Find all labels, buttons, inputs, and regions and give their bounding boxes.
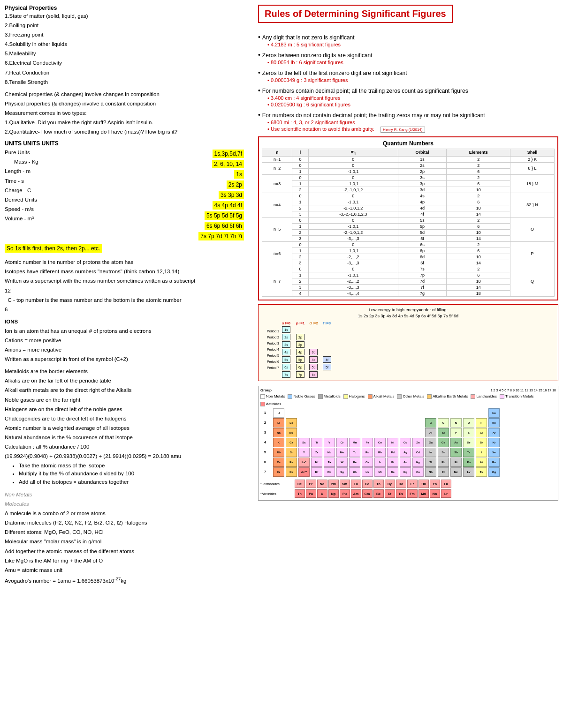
empty-cell bbox=[476, 408, 487, 418]
pt-grid: 1HHe2LiBeBCNOFNe3NaMgAlSiPSClAr4KCaScTiV… bbox=[260, 408, 556, 477]
element-Rg: Rg bbox=[400, 467, 411, 477]
element-Ts: Ts bbox=[476, 467, 487, 477]
period-labels: Period 1 Period 2 Period 3 Period 4 Peri… bbox=[261, 321, 280, 378]
period-label-5: 5 bbox=[260, 448, 270, 457]
element-Mg: Mg bbox=[286, 428, 297, 437]
element-Hg: Hg bbox=[412, 458, 424, 467]
element-Cr: Cr bbox=[336, 438, 348, 447]
element-In: In bbox=[425, 448, 436, 457]
element-La: La* bbox=[298, 458, 310, 467]
element-Li: Li bbox=[273, 418, 284, 428]
group-numbers: 12 34 56 78 910 1112 1314 1516 1718 bbox=[491, 389, 556, 392]
empty-cell bbox=[374, 428, 386, 437]
element-P: P bbox=[450, 428, 462, 437]
quantum-table: n l ml Orbital Elements Shell n=1 0 0 1s bbox=[262, 149, 555, 297]
empty-cell bbox=[387, 408, 398, 418]
element-Ge: Ge bbox=[438, 438, 449, 447]
chem-physical-section: Chemical properties (& changes) involve … bbox=[5, 90, 249, 135]
element-Ra: Ra bbox=[286, 467, 297, 477]
empty-cell bbox=[425, 408, 436, 418]
empty-cell bbox=[349, 408, 360, 418]
empty-cell bbox=[324, 408, 335, 418]
element-Rn: Rn bbox=[488, 458, 500, 467]
element-Po: Po bbox=[463, 458, 474, 467]
element-O: O bbox=[463, 418, 474, 428]
empty-cell bbox=[412, 408, 424, 418]
p-block: p l=1 2p 3p 4p 5p 6p bbox=[296, 321, 304, 378]
element-Re: Re bbox=[349, 458, 360, 467]
quantum-row-n1: n=1 0 0 1s 2 2 } K bbox=[262, 156, 555, 162]
element-Mo: Mo bbox=[336, 448, 348, 457]
element-Ds: Ds bbox=[387, 467, 398, 477]
periodic-table-container: Group 12 34 56 78 910 1112 1314 1516 171… bbox=[258, 386, 558, 501]
orbital-filling-section: Low energy to high energy=order of filli… bbox=[258, 304, 558, 381]
element-Cn: Cn bbox=[412, 467, 424, 477]
period-label-6: 6 bbox=[260, 458, 270, 467]
element-K: K bbox=[273, 438, 284, 447]
empty-cell bbox=[362, 408, 373, 418]
empty-cell bbox=[400, 418, 411, 428]
rule-2: Zeros between nonzero digits are signifi… bbox=[258, 51, 558, 65]
quantum-row-n3-0: n=3 0 0 3s 2 18 } M bbox=[262, 174, 555, 180]
element-N: N bbox=[450, 418, 462, 428]
lanthanide-row: *Lanthanides Ce Pr Nd Pm Sm Eu Gd Tb Dy … bbox=[260, 480, 556, 488]
element-Te: Te bbox=[463, 448, 474, 457]
element-Sc: Sc bbox=[298, 438, 310, 447]
empty-cell bbox=[412, 418, 424, 428]
molecules-section: Non Metals Molecules A molecule is a com… bbox=[5, 491, 249, 585]
period-label-2: 2 bbox=[260, 418, 270, 428]
orbital-highlights: 1s,3p,5d,7f 2, 6, 10, 14 1s 2s 2p 3s 3p … bbox=[198, 149, 244, 241]
pt-legend: Non Metals Noble Gases Metalloids Haloge… bbox=[260, 394, 556, 406]
element-Cl: Cl bbox=[476, 428, 487, 437]
empty-cell bbox=[374, 418, 386, 428]
element-As: As bbox=[450, 438, 462, 447]
henry-credit: Henry R. Kang (1/2014) bbox=[380, 127, 425, 133]
rule-4: For numbers contain decimal point; all t… bbox=[258, 87, 558, 107]
units-left: Pure Units Mass - Kg Length - m Time - s… bbox=[5, 149, 38, 224]
element-Sb: Sb bbox=[450, 448, 462, 457]
element-Ti: Ti bbox=[311, 438, 322, 447]
element-Mn: Mn bbox=[349, 438, 360, 447]
empty-cell bbox=[438, 408, 449, 418]
element-W: W bbox=[336, 458, 348, 467]
element-Pb: Pb bbox=[438, 458, 449, 467]
element-Br: Br bbox=[476, 438, 487, 447]
element-Cd: Cd bbox=[412, 448, 424, 457]
element-Ar: Ar bbox=[488, 428, 500, 437]
empty-cell bbox=[349, 428, 360, 437]
element-Ca: Ca bbox=[286, 438, 297, 447]
element-I: I bbox=[476, 448, 487, 457]
element-F: F bbox=[476, 418, 487, 428]
periodic-table-section: Metalloids are the border elements Alkal… bbox=[5, 368, 249, 486]
empty-cell bbox=[450, 408, 462, 418]
element-Mt: Mt bbox=[374, 467, 386, 477]
element-Y: Y bbox=[298, 448, 310, 457]
element-Cs: Cs bbox=[273, 458, 284, 467]
rule-3: Zeros to the left of the first nonzero d… bbox=[258, 69, 558, 83]
physical-properties-title: Physical Properties bbox=[5, 5, 249, 11]
element-Sr: Sr bbox=[286, 448, 297, 457]
empty-cell bbox=[336, 428, 348, 437]
element-Bi: Bi bbox=[450, 458, 462, 467]
element-Hs: Hs bbox=[362, 467, 373, 477]
rule-5: For numbers do not contain decimal point… bbox=[258, 111, 558, 132]
element-Lv: Lv bbox=[463, 467, 474, 477]
element-At: At bbox=[476, 458, 487, 467]
element-B: B bbox=[425, 418, 436, 428]
element-Nb: Nb bbox=[324, 448, 335, 457]
element-Ir: Ir bbox=[374, 458, 386, 467]
element-Rf: Rf bbox=[311, 467, 322, 477]
element-Mc: Mc bbox=[450, 467, 462, 477]
quantum-numbers-section: Quantum Numbers n l ml Orbital Elements … bbox=[258, 136, 558, 300]
element-Be: Be bbox=[286, 418, 297, 428]
rule-1: Any digit that is not zero is significan… bbox=[258, 33, 558, 47]
empty-cell bbox=[362, 428, 373, 437]
element-Co: Co bbox=[374, 438, 386, 447]
element-Au: Au bbox=[400, 458, 411, 467]
empty-cell bbox=[311, 428, 322, 437]
element-Si: Si bbox=[438, 428, 449, 437]
empty-cell bbox=[336, 408, 348, 418]
pt-grid-container: 1HHe2LiBeBCNOFNe3NaMgAlSiPSClAr4KCaScTiV… bbox=[260, 408, 556, 477]
empty-cell bbox=[349, 418, 360, 428]
empty-cell bbox=[387, 418, 398, 428]
